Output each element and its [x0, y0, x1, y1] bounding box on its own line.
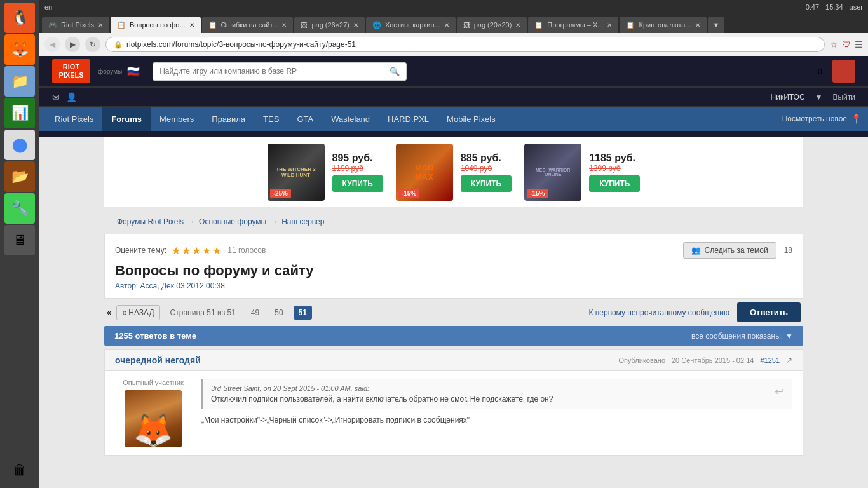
tab-close-3[interactable]: ✕: [353, 22, 358, 29]
site-search-box[interactable]: 🔍: [153, 62, 407, 81]
nav-item-riot-pixels[interactable]: Riot Pixels: [46, 107, 102, 131]
sidebar-icon-trash[interactable]: 🗑: [4, 455, 35, 485]
user-avatar: [125, 390, 182, 447]
top-nav-bar: ✉ 👤 НикИТОС ▼ Выйти: [39, 88, 868, 107]
url-bar[interactable]: 🔒 riotpixels.com/forums/topic/3-вопросы-…: [105, 37, 825, 52]
tab-label-3: png (26×27): [311, 21, 349, 29]
browser-menu-icon[interactable]: ☰: [855, 39, 863, 50]
posts-filter[interactable]: все сообщения показаны. ▼: [691, 332, 793, 341]
follower-count: 18: [784, 246, 792, 255]
nav-item-wasteland[interactable]: Wasteland: [322, 107, 379, 131]
messages-icon[interactable]: ✉: [52, 92, 60, 102]
tab-close[interactable]: ✕: [98, 22, 103, 29]
forward-button[interactable]: ▶: [65, 37, 80, 52]
rate-label: Оцените тему:: [115, 246, 166, 255]
logout-link[interactable]: Выйти: [832, 93, 855, 102]
back-button[interactable]: ◀: [44, 37, 60, 52]
left-sidebar: 🐧 🦊 📁 📊 ⬤ 📂 🔧 🖥 🗑: [0, 0, 39, 488]
page-49[interactable]: 49: [246, 306, 264, 320]
site-header: RIOT PIXELS форумы 🇷🇺 🔍 0: [39, 56, 868, 88]
site-search-input[interactable]: [159, 67, 390, 76]
breadcrumb-item-3[interactable]: Наш сервер: [281, 217, 324, 226]
nav-item-tes[interactable]: TES: [254, 107, 288, 131]
sidebar-icon-chrome[interactable]: ⬤: [4, 130, 35, 160]
breadcrumb-item-2[interactable]: Основные форумы: [199, 217, 266, 226]
witcher-buy-button[interactable]: КУПИТЬ: [332, 175, 383, 192]
nav-item-forums[interactable]: Forums: [102, 107, 151, 131]
madmax-name: MADMAX: [415, 163, 434, 182]
author-name[interactable]: Асса,: [140, 281, 159, 290]
sidebar-icon-ubuntu[interactable]: 🐧: [4, 3, 35, 33]
first-unread-link[interactable]: К первому непрочитанному сообщению: [589, 308, 729, 317]
username-label[interactable]: НикИТОС: [771, 93, 805, 102]
tab-close-active[interactable]: ✕: [189, 22, 194, 29]
user-avatar-header[interactable]: [832, 60, 855, 83]
tab-more[interactable]: ▼: [708, 17, 725, 33]
madmax-price-new: 885 руб.: [461, 152, 512, 164]
tab-riotpixels[interactable]: 🎮 Riot Pixels ✕: [42, 17, 109, 33]
share-icon[interactable]: ↗: [786, 356, 792, 365]
madmax-buy-button[interactable]: КУПИТЬ: [461, 175, 512, 192]
post-number[interactable]: #1251: [760, 356, 780, 364]
tab-prog[interactable]: 📋 Программы – Х... ✕: [528, 17, 618, 33]
tab-crypto[interactable]: 📋 Криптовалюта... ✕: [620, 17, 706, 33]
posts-count: 1255 ответов в теме: [114, 331, 196, 341]
breadcrumb-item-1[interactable]: Форумы Riot Pixels: [117, 217, 184, 226]
sidebar-icon-folder[interactable]: 📂: [4, 161, 35, 192]
nav-item-hard-pxl[interactable]: HARD.PXL: [379, 107, 438, 131]
nav-item-pravila[interactable]: Правила: [203, 107, 254, 131]
flag-icon: 🇷🇺: [127, 65, 140, 78]
tab-png2[interactable]: 🖼 png (20×20) ✕: [457, 17, 527, 33]
tab-close-6[interactable]: ✕: [607, 22, 612, 29]
back-button-page[interactable]: « НАЗАД: [116, 305, 159, 320]
tab-errors[interactable]: 📋 Ошибки на сайт... ✕: [202, 17, 294, 33]
page-51-active[interactable]: 51: [294, 306, 312, 320]
tab-favicon-3: 🖼: [301, 21, 308, 29]
quote-block: ↩ 3rd Street Saint, on 20 Sept 2015 - 01…: [201, 379, 792, 409]
pagination-left: « « НАЗАД Страница 51 из 51 49 50 51: [107, 305, 312, 320]
sidebar-icon-monitor[interactable]: 🖥: [4, 225, 35, 255]
browser-chrome: 🎮 Riot Pixels ✕ 📋 Вопросы по фо... ✕ 📋 О…: [39, 14, 868, 56]
tab-forum-topic[interactable]: 📋 Вопросы по фо... ✕: [111, 17, 201, 33]
post-author-link[interactable]: очередной негодяй: [115, 355, 201, 365]
logo-box[interactable]: RIOT PIXELS: [52, 59, 90, 83]
nav-item-gta[interactable]: GTA: [288, 107, 322, 131]
back-nav-label: «: [107, 308, 111, 317]
rp-extension-icon[interactable]: 🛡: [842, 39, 851, 50]
breadcrumb-sep-2: →: [270, 217, 278, 226]
tab-favicon-7: 📋: [626, 21, 635, 29]
sidebar-icon-calc[interactable]: 📊: [4, 98, 35, 128]
tab-close-4[interactable]: ✕: [444, 22, 449, 29]
sidebar-icon-firefox[interactable]: 🦊: [4, 34, 35, 65]
sidebar-icon-qt[interactable]: 🔧: [4, 193, 35, 224]
reload-button[interactable]: ↻: [85, 37, 100, 52]
sidebar-icon-files[interactable]: 📁: [4, 66, 35, 97]
bookmark-icon[interactable]: ☆: [830, 39, 838, 50]
view-new-link[interactable]: Посмотреть новое 📍: [782, 114, 862, 124]
tab-png1[interactable]: 🖼 png (26×27) ✕: [294, 17, 365, 33]
follow-button[interactable]: 👥 Следить за темой: [683, 242, 776, 259]
logo-line1: RIOT: [58, 63, 83, 71]
tab-label-4: Хостинг картин...: [385, 21, 440, 29]
game-thumb-mech: MECHWARRIORONLINE -15%: [524, 144, 581, 201]
post-header: очередной негодяй Опубликовано 20 Сентяб…: [105, 350, 803, 371]
tab-close-2[interactable]: ✕: [281, 22, 287, 29]
view-new-label: Посмотреть новое: [782, 114, 847, 123]
tab-close-5[interactable]: ✕: [515, 22, 520, 29]
address-bar: ◀ ▶ ↻ 🔒 riotpixels.com/forums/topic/3-во…: [39, 33, 868, 56]
mech-buy-button[interactable]: КУПИТЬ: [589, 175, 640, 192]
os-bar-left: en: [44, 3, 52, 11]
witcher-price-old: 1199 руб: [332, 164, 383, 173]
tab-hosting[interactable]: 🌐 Хостинг картин... ✕: [366, 17, 456, 33]
reply-button[interactable]: Ответить: [737, 302, 801, 322]
tab-favicon-6: 📋: [534, 21, 543, 29]
nav-item-members[interactable]: Members: [151, 107, 203, 131]
topic-header: Оцените тему: ★★★★★ 11 голосов 👥 Следить…: [104, 234, 803, 299]
page-50[interactable]: 50: [269, 306, 288, 320]
tab-close-7[interactable]: ✕: [695, 22, 700, 29]
username-dropdown-icon[interactable]: ▼: [815, 93, 823, 102]
topic-date: Дек 03 2012 00:38: [161, 281, 225, 290]
nav-item-mobile[interactable]: Mobile Pixels: [438, 107, 505, 131]
profile-icon[interactable]: 👤: [66, 92, 77, 102]
star-rating[interactable]: ★★★★★: [172, 245, 222, 257]
